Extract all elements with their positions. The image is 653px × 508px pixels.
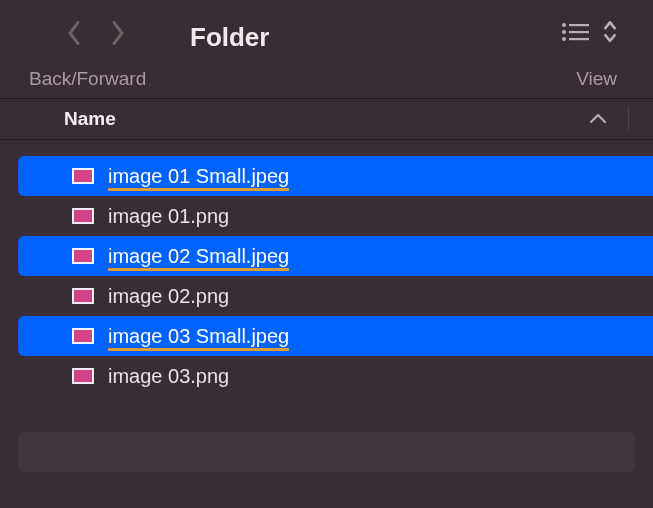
nav-buttons <box>66 20 126 50</box>
column-header-name[interactable]: Name <box>64 108 116 130</box>
rename-underline <box>108 188 289 191</box>
svg-point-2 <box>562 30 566 34</box>
image-thumb-icon <box>72 328 94 344</box>
file-row[interactable]: image 03.png <box>18 356 653 396</box>
window-title: Folder <box>190 22 269 53</box>
image-thumb-icon <box>72 168 94 184</box>
file-row[interactable]: image 02 Small.jpeg <box>18 236 653 276</box>
image-thumb-icon <box>72 368 94 384</box>
chevron-right-icon <box>110 20 126 46</box>
file-name: image 03 Small.jpeg <box>108 325 289 348</box>
chevron-left-icon <box>66 20 82 46</box>
file-row[interactable]: image 01.png <box>18 196 653 236</box>
back-button[interactable] <box>66 20 82 50</box>
svg-rect-3 <box>569 31 589 33</box>
file-name: image 02.png <box>108 285 229 308</box>
rename-underline <box>108 348 289 351</box>
svg-point-0 <box>562 23 566 27</box>
file-name: image 01.png <box>108 205 229 228</box>
status-bar <box>18 432 635 472</box>
chevron-up-icon <box>589 113 607 125</box>
image-thumb-icon <box>72 288 94 304</box>
svg-rect-1 <box>569 24 589 26</box>
image-thumb-icon <box>72 208 94 224</box>
rename-underline <box>108 268 289 271</box>
svg-rect-5 <box>569 38 589 40</box>
file-row[interactable]: image 02.png <box>18 276 653 316</box>
file-name: image 02 Small.jpeg <box>108 245 289 268</box>
file-row[interactable]: image 03 Small.jpeg <box>18 316 653 356</box>
toolbar: Back/Forward Folder View <box>0 0 653 99</box>
nav-label: Back/Forward <box>29 68 146 90</box>
column-header-row: Name <box>0 99 653 140</box>
file-row[interactable]: image 01 Small.jpeg <box>18 156 653 196</box>
view-list-button[interactable] <box>561 22 589 46</box>
view-options-button[interactable] <box>603 20 617 47</box>
view-controls <box>561 20 617 47</box>
up-down-icon <box>603 20 617 43</box>
file-list: image 01 Small.jpegimage 01.pngimage 02 … <box>0 140 653 396</box>
file-name: image 01 Small.jpeg <box>108 165 289 188</box>
list-icon <box>561 22 589 42</box>
view-label: View <box>576 68 617 90</box>
file-name: image 03.png <box>108 365 229 388</box>
svg-point-4 <box>562 37 566 41</box>
column-divider <box>628 107 629 131</box>
image-thumb-icon <box>72 248 94 264</box>
sort-indicator[interactable] <box>589 111 607 129</box>
forward-button[interactable] <box>110 20 126 50</box>
